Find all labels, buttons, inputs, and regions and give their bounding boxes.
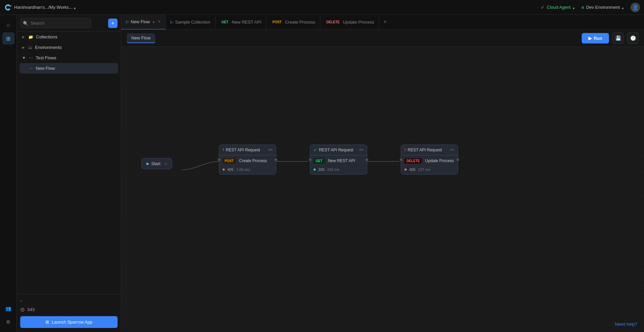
tab-method-delete: DELETE bbox=[325, 20, 341, 24]
tab-new-rest-api[interactable]: GET New REST API bbox=[216, 15, 266, 30]
history-button[interactable]: 🕐 bbox=[627, 32, 639, 44]
sidebar-item-collections-section[interactable]: ▶ 📁 Collections bbox=[20, 32, 118, 42]
api-node-3-footer: 405 237 ms bbox=[401, 166, 458, 174]
node1-out-connector bbox=[274, 158, 278, 161]
launch-sparrow-button[interactable]: ⊞ Launch Sparrow App bbox=[20, 316, 118, 328]
app-logo[interactable] bbox=[4, 3, 12, 11]
collection-tab-icon: ▷ bbox=[170, 20, 173, 24]
sidebar-item-new-flow[interactable]: ⋯ New Flow bbox=[20, 63, 118, 73]
node2-ok-icon: ✓ bbox=[314, 148, 317, 152]
search-wrap: 🔍 bbox=[20, 18, 105, 28]
save-button[interactable]: 💾 bbox=[612, 32, 624, 44]
start-node[interactable]: ▶ Start bbox=[141, 158, 172, 169]
api-node-2[interactable]: ✓ REST API Request ••• GET New REST API … bbox=[310, 145, 367, 175]
node3-title-label: REST API Request bbox=[408, 148, 442, 152]
home-icon: ⌂ bbox=[7, 22, 10, 28]
node3-method: DELETE bbox=[405, 158, 422, 163]
api-node-3[interactable]: ! REST API Request ••• DELETE Update Pro… bbox=[401, 145, 458, 175]
topbar-right: ✓ Cloud Agent ≡ Dev Environment 👤 bbox=[541, 3, 640, 12]
tab-update-process[interactable]: DELETE Update Process bbox=[320, 15, 379, 30]
flow-toolbar: New Flow ▶ Run 💾 🕐 bbox=[121, 30, 644, 47]
tab-new-flow-x-icon[interactable]: ✕ bbox=[158, 20, 161, 24]
user-avatar[interactable]: 👤 bbox=[631, 3, 640, 12]
grid-icon: ⊞ bbox=[6, 35, 10, 42]
start-out-connector bbox=[164, 162, 167, 165]
node1-time: 1.06 sec bbox=[236, 168, 250, 172]
canvas-background bbox=[121, 47, 644, 332]
sidebar-item-environments-section[interactable]: ▶ 🗂 Environments bbox=[20, 42, 118, 53]
node1-menu-icon[interactable]: ••• bbox=[268, 148, 272, 152]
node3-status-code: 405 bbox=[409, 168, 415, 172]
sidebar-item-home[interactable]: ⌂ bbox=[2, 19, 14, 31]
api-node-1-title: ! REST API Request bbox=[223, 148, 260, 152]
nav-sections: ▶ 📁 Collections ▶ 🗂 Environments ▼ ⋯ Tes… bbox=[17, 32, 121, 73]
search-input[interactable] bbox=[20, 18, 91, 28]
tab-create-process[interactable]: POST Create Process bbox=[266, 15, 320, 30]
agent-chevron-icon bbox=[573, 6, 576, 9]
sidebar-item-team[interactable]: 👥 bbox=[2, 302, 14, 314]
github-count: 343 bbox=[27, 307, 35, 312]
node2-status-dot bbox=[314, 169, 316, 171]
node3-menu-icon[interactable]: ••• bbox=[450, 148, 454, 152]
collections-folder-icon: 📁 bbox=[28, 35, 33, 39]
flow-name-tab[interactable]: New Flow bbox=[127, 33, 155, 43]
sidebar-item-collections[interactable]: ⊞ bbox=[2, 32, 14, 44]
tab-new-rest-api-label: New REST API bbox=[232, 20, 261, 25]
testflows-icon: ⋯ bbox=[29, 56, 33, 60]
collapse-icon: « bbox=[20, 298, 23, 303]
tab-new-flow[interactable]: ▷ New Flow ● ✕ bbox=[121, 15, 166, 30]
user-icon: 👤 bbox=[633, 5, 638, 10]
node2-out-connector bbox=[365, 158, 368, 161]
start-label: Start bbox=[151, 161, 160, 166]
github-link[interactable]: ⊙ 343 bbox=[20, 306, 118, 313]
tab-new-flow-label: New Flow bbox=[131, 19, 150, 24]
node2-menu-icon[interactable]: ••• bbox=[359, 148, 363, 152]
workspace-selector[interactable]: Harshvardhan's.../My Works... bbox=[14, 5, 77, 10]
run-play-icon: ▶ bbox=[588, 36, 592, 41]
node2-method: GET bbox=[314, 158, 325, 163]
collections-label: Collections bbox=[36, 34, 58, 39]
node1-warn-icon: ! bbox=[223, 148, 224, 152]
launch-label: Launch Sparrow App bbox=[52, 320, 93, 325]
testflows-label: Test Flows bbox=[36, 55, 56, 60]
environment-selector[interactable]: ≡ Dev Environment bbox=[581, 5, 625, 10]
tab-sample-collection[interactable]: ▷ Sample Collection bbox=[166, 15, 216, 30]
main-layout: ⌂ ⊞ 👥 ⚙ 🔍 + ▶ 📁 Colle bbox=[0, 15, 644, 332]
tab-new-flow-close-icon[interactable]: ● bbox=[153, 20, 155, 24]
add-new-button[interactable]: + bbox=[108, 19, 118, 28]
cloud-agent-label: Cloud Agent bbox=[547, 5, 571, 10]
github-icon: ⊙ bbox=[20, 306, 25, 313]
run-button[interactable]: ▶ Run bbox=[582, 33, 609, 43]
new-flow-nav-label: New Flow bbox=[36, 66, 55, 71]
collapse-button[interactable]: « bbox=[20, 298, 118, 303]
content-area: ▷ New Flow ● ✕ ▷ Sample Collection GET N… bbox=[121, 15, 644, 332]
tab-add-button[interactable]: + bbox=[379, 19, 391, 26]
flow-tab-icon: ▷ bbox=[126, 20, 129, 24]
sparrow-icon: ⊞ bbox=[45, 320, 49, 325]
node3-endpoint: Update Process bbox=[425, 158, 454, 163]
api-node-2-footer: 200 232 ms bbox=[310, 166, 367, 174]
testflows-chevron-icon: ▼ bbox=[22, 56, 26, 60]
environments-chevron-icon: ▶ bbox=[22, 46, 25, 49]
tab-method-post: POST bbox=[271, 20, 283, 24]
layers-icon: ≡ bbox=[581, 5, 584, 10]
api-node-1-footer: 405 1.06 sec bbox=[219, 166, 276, 174]
sidebar-item-settings[interactable]: ⚙ bbox=[2, 316, 14, 328]
environments-label: Environments bbox=[35, 45, 62, 50]
node2-endpoint: New REST API bbox=[328, 158, 355, 163]
api-node-3-title: ! REST API Request bbox=[405, 148, 442, 152]
node2-in-connector bbox=[309, 158, 312, 161]
start-play-icon: ▶ bbox=[147, 161, 149, 166]
sidebar-item-testflows-section[interactable]: ▼ ⋯ Test Flows bbox=[20, 53, 118, 63]
nav-bottom: « ⊙ 343 ⊞ Launch Sparrow App bbox=[17, 294, 121, 332]
need-help-link[interactable]: Need help? bbox=[615, 322, 638, 327]
icon-sidebar: ⌂ ⊞ 👥 ⚙ bbox=[0, 15, 17, 332]
node2-title-label: REST API Request bbox=[319, 148, 353, 152]
topbar: Harshvardhan's.../My Works... ✓ Cloud Ag… bbox=[0, 0, 644, 15]
api-node-1[interactable]: ! REST API Request ••• POST Create Proce… bbox=[219, 145, 276, 175]
run-label: Run bbox=[594, 36, 602, 41]
flow-canvas[interactable]: ▶ Start ! REST API Request ••• POST Crea… bbox=[121, 47, 644, 332]
flow-icon: ⋯ bbox=[29, 66, 33, 71]
node3-status-dot bbox=[405, 169, 407, 171]
cloud-agent-selector[interactable]: ✓ Cloud Agent bbox=[541, 5, 576, 10]
